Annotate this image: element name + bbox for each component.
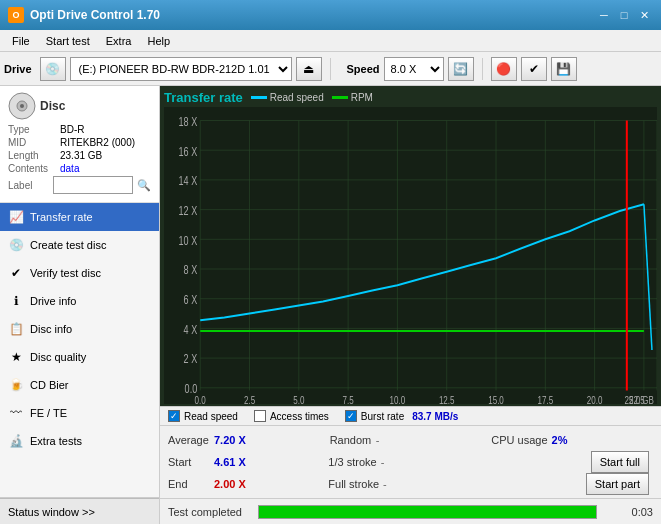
svg-text:15.0: 15.0 [488, 394, 504, 404]
menu-extra[interactable]: Extra [98, 33, 140, 49]
legend-read-speed: Read speed [251, 92, 324, 103]
svg-text:4 X: 4 X [184, 322, 198, 336]
status-time: 0:03 [613, 506, 653, 518]
nav-disc-quality-label: Disc quality [30, 351, 86, 363]
separator [330, 58, 331, 80]
create-test-disc-icon: 💿 [8, 237, 24, 253]
verify-test-disc-icon: ✔ [8, 265, 24, 281]
disc-panel: Disc Type BD-R MID RITEKBR2 (000) Length… [0, 86, 159, 203]
end-value: 2.00 X [214, 478, 246, 490]
nav-extra-tests-label: Extra tests [30, 435, 82, 447]
nav-extra-tests[interactable]: 🔬 Extra tests [0, 427, 159, 455]
access-times-checkbox-item[interactable]: Access times [254, 410, 329, 422]
progress-bar [259, 506, 596, 518]
read-speed-cb-label: Read speed [184, 411, 238, 422]
label-label: Label [8, 180, 49, 191]
stats-row-3: End 2.00 X Full stroke - Start part [168, 473, 653, 495]
nav-drive-info[interactable]: ℹ Drive info [0, 287, 159, 315]
refresh-button[interactable]: 🔄 [448, 57, 474, 81]
end-label: End [168, 478, 210, 490]
verify-button[interactable]: ✔ [521, 57, 547, 81]
length-value: 23.31 GB [60, 150, 102, 161]
nav-disc-quality[interactable]: ★ Disc quality [0, 343, 159, 371]
legend-rpm: RPM [332, 92, 373, 103]
svg-rect-3 [164, 107, 657, 404]
menu-bar: File Start test Extra Help [0, 30, 661, 52]
drive-toolbar: Drive 💿 (E:) PIONEER BD-RW BDR-212D 1.01… [0, 52, 661, 86]
chart-title: Transfer rate [164, 90, 243, 105]
nav-transfer-rate-label: Transfer rate [30, 211, 93, 223]
disc-contents-row: Contents data [8, 163, 151, 174]
stats-row-1: Average 7.20 X Random - CPU usage 2% [168, 429, 653, 451]
nav-cd-bier[interactable]: 🍺 CD Bier [0, 371, 159, 399]
length-label: Length [8, 150, 60, 161]
speed-select[interactable]: 8.0 X [384, 57, 444, 81]
svg-text:10 X: 10 X [179, 233, 198, 247]
maximize-button[interactable]: □ [615, 6, 633, 24]
end-col: End 2.00 X [168, 478, 328, 490]
sidebar: Disc Type BD-R MID RITEKBR2 (000) Length… [0, 86, 160, 524]
eject-button[interactable]: ⏏ [296, 57, 322, 81]
close-button[interactable]: ✕ [635, 6, 653, 24]
svg-text:18 X: 18 X [179, 115, 198, 129]
drive-info-icon: ℹ [8, 293, 24, 309]
start-label: Start [168, 456, 210, 468]
drive-select[interactable]: (E:) PIONEER BD-RW BDR-212D 1.01 [70, 57, 292, 81]
burn-button[interactable]: 🔴 [491, 57, 517, 81]
burst-rate-value: 83.7 MB/s [412, 411, 458, 422]
status-text: Test completed [168, 506, 242, 518]
label-browse-icon[interactable]: 🔍 [137, 176, 151, 194]
save-button[interactable]: 💾 [551, 57, 577, 81]
minimize-button[interactable]: ─ [595, 6, 613, 24]
chart-area: Transfer rate Read speed RPM [160, 86, 661, 406]
mid-label: MID [8, 137, 60, 148]
access-times-checkbox[interactable] [254, 410, 266, 422]
read-speed-checkbox-item[interactable]: ✓ Read speed [168, 410, 238, 422]
nav-disc-info[interactable]: 📋 Disc info [0, 315, 159, 343]
rpm-legend-label: RPM [351, 92, 373, 103]
content-area: Disc Type BD-R MID RITEKBR2 (000) Length… [0, 86, 661, 524]
type-label: Type [8, 124, 60, 135]
read-speed-checkbox[interactable]: ✓ [168, 410, 180, 422]
stroke13-label: 1/3 stroke [328, 456, 376, 468]
disc-section-title: Disc [40, 99, 65, 113]
start-full-button[interactable]: Start full [591, 451, 649, 473]
status-window-header[interactable]: Status window >> [0, 498, 159, 524]
main-content: Drive 💿 (E:) PIONEER BD-RW BDR-212D 1.01… [0, 52, 661, 524]
svg-text:14 X: 14 X [179, 174, 198, 188]
nav-fe-te[interactable]: 〰 FE / TE [0, 399, 159, 427]
disc-length-row: Length 23.31 GB [8, 150, 151, 161]
disc-label-row: Label 🔍 [8, 176, 151, 194]
menu-help[interactable]: Help [139, 33, 178, 49]
nav-verify-test-disc[interactable]: ✔ Verify test disc [0, 259, 159, 287]
menu-file[interactable]: File [4, 33, 38, 49]
app-title: Opti Drive Control 1.70 [30, 8, 160, 22]
disc-info-icon: 📋 [8, 321, 24, 337]
burst-rate-cb-label: Burst rate [361, 411, 404, 422]
average-label: Average [168, 434, 210, 446]
menu-start-test[interactable]: Start test [38, 33, 98, 49]
type-value: BD-R [60, 124, 84, 135]
fe-te-icon: 〰 [8, 405, 24, 421]
cd-bier-icon: 🍺 [8, 377, 24, 393]
progress-container [258, 505, 597, 519]
svg-text:2 X: 2 X [184, 352, 198, 366]
right-panel: Transfer rate Read speed RPM [160, 86, 661, 524]
drive-label: Drive [4, 63, 32, 75]
start-part-button[interactable]: Start part [586, 473, 649, 495]
svg-text:20.0: 20.0 [587, 394, 603, 404]
burst-rate-checkbox[interactable]: ✓ [345, 410, 357, 422]
nav-transfer-rate[interactable]: 📈 Transfer rate [0, 203, 159, 231]
random-value: - [376, 434, 380, 446]
start-value: 4.61 X [214, 456, 246, 468]
label-input[interactable] [53, 176, 133, 194]
svg-text:7.5: 7.5 [343, 394, 354, 404]
full-stroke-value: - [383, 478, 387, 490]
stats-container: Average 7.20 X Random - CPU usage 2% [160, 425, 661, 498]
drive-icon-button[interactable]: 💿 [40, 57, 66, 81]
read-speed-legend-color [251, 96, 267, 99]
access-times-cb-label: Access times [270, 411, 329, 422]
svg-point-2 [20, 104, 24, 108]
nav-create-test-disc[interactable]: 💿 Create test disc [0, 231, 159, 259]
burst-rate-checkbox-item[interactable]: ✓ Burst rate 83.7 MB/s [345, 410, 459, 422]
